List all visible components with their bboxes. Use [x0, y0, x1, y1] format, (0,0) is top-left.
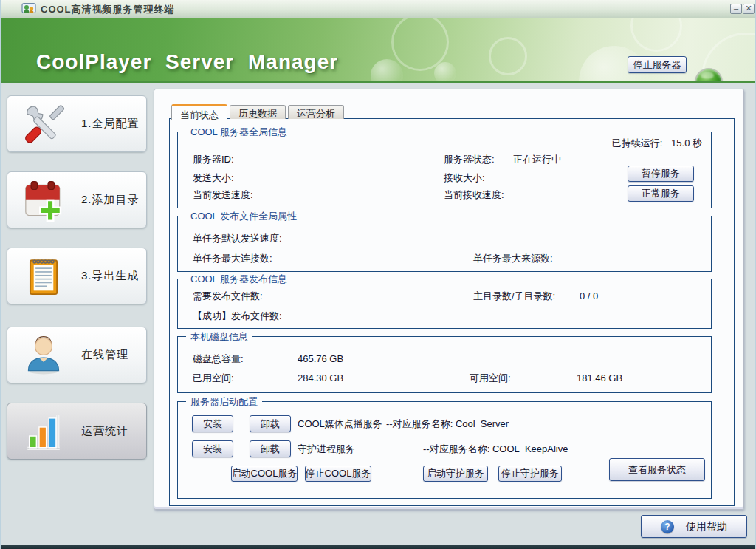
send-speed-label: 当前发送速度: [193, 189, 253, 200]
send-size-label: 发送大小: [193, 172, 234, 183]
group-title: 本机磁盘信息 [186, 330, 252, 344]
help-button[interactable]: ? 使用帮助 [641, 515, 747, 538]
group-local-disk-info: 本机磁盘信息 磁盘总容量: 465.76 GB 已用空间: 284.30 GB … [177, 336, 712, 393]
disk-used-label: 已用空间: [193, 372, 234, 383]
notepad-icon [22, 255, 65, 298]
sidebar-item-label: 2.添加目录 [81, 193, 140, 207]
need-files-label: 需要发布文件数: [193, 290, 263, 301]
max-conn-label: 单任务最大连接数: [193, 253, 272, 264]
sidebar-item-label: 1.全局配置 [81, 117, 140, 131]
calendar-add-icon [22, 179, 65, 222]
tab-strip: 当前状态 历史数据 运营分析 [171, 104, 344, 119]
server-id-label: 服务器ID: [193, 154, 234, 165]
bubble-decoration [434, 62, 456, 83]
pause-service-button[interactable]: 暂停服务 [628, 166, 694, 182]
install-keepalive-button[interactable]: 安装 [192, 440, 233, 457]
sidebar-item-label: 在线管理 [81, 348, 128, 362]
group-title: COOL 服务器发布信息 [186, 273, 292, 286]
sidebar-item-operation-stats[interactable]: 运营统计 [7, 403, 147, 460]
disk-free-label: 可用空间: [470, 372, 511, 383]
bubble-decoration [371, 59, 403, 83]
disk-total-value: 465.76 GB [298, 353, 343, 364]
install-media-service-button[interactable]: 安装 [192, 415, 233, 432]
close-button[interactable]: ✕ [743, 4, 755, 14]
application-window: COOL高清视频服务管理终端 – ✕ CoolPlayer Server Man… [0, 0, 756, 549]
user-icon [22, 334, 65, 377]
start-guard-service-button[interactable]: 启动守护服务 [423, 466, 488, 482]
group-server-global-info: COOL 服务器全局信息 已持续运行: 15.0 秒 服务器ID: 服务器状态:… [177, 132, 712, 208]
stop-cool-service-button[interactable]: 停止COOL服务 [305, 466, 371, 482]
help-button-label: 使用帮助 [686, 520, 727, 533]
server-status-value: 正在运行中 [513, 154, 561, 165]
media-service-name: --对应服务名称: Cool_Server [386, 418, 509, 429]
window-title: COOL高清视频服务管理终端 [41, 3, 175, 16]
window-bottom-edge [1, 545, 756, 549]
disk-total-label: 磁盘总容量: [193, 353, 244, 364]
media-service-label: COOL媒体点播服务 [298, 418, 382, 429]
group-title: 服务器启动配置 [186, 395, 262, 409]
bubble-decoration [630, 18, 682, 52]
normal-service-button[interactable]: 正常服务 [628, 185, 694, 202]
tab-current-status[interactable]: 当前状态 [171, 104, 227, 120]
recv-size-label: 接收大小: [444, 172, 485, 183]
view-service-status-button[interactable]: 查看服务状态 [609, 458, 705, 481]
bar-chart-icon [22, 410, 65, 453]
default-speed-label: 单任务默认发送速度: [193, 233, 282, 244]
group-title: COOL 发布文件全局属性 [186, 210, 301, 223]
header-banner: CoolPlayer Server Manager 停止服务器 [1, 18, 756, 83]
uptime: 已持续运行: 15.0 秒 [612, 137, 702, 149]
tab-operation-analysis[interactable]: 运营分析 [288, 105, 344, 119]
sidebar-item-label: 3.导出生成 [81, 269, 140, 283]
disk-used-value: 284.30 GB [298, 372, 343, 383]
success-files-label: 【成功】发布文件数: [193, 310, 282, 321]
tools-icon [22, 103, 65, 146]
group-title: COOL 服务器全局信息 [186, 126, 292, 139]
group-publish-file-props: COOL 发布文件全局属性 单任务默认发送速度: 单任务最大连接数: 单任务最大… [177, 216, 712, 272]
dir-count-value: 0 / 0 [580, 290, 598, 301]
stop-server-button[interactable]: 停止服务器 [628, 56, 687, 73]
sidebar-item-label: 运营统计 [81, 424, 128, 438]
group-server-startup-config: 服务器启动配置 安装 卸载 COOL媒体点播服务 --对应服务名称: Cool_… [177, 401, 712, 499]
tab-history-data[interactable]: 历史数据 [230, 105, 286, 119]
uptime-value: 15.0 秒 [671, 137, 702, 149]
group-server-publish-info: COOL 服务器发布信息 需要发布文件数: 主目录数/子目录数: 0 / 0 【… [177, 279, 712, 329]
sidebar-item-online-management[interactable]: 在线管理 [7, 327, 147, 383]
start-cool-service-button[interactable]: 启动COOL服务 [231, 466, 298, 482]
sidebar-item-add-directory[interactable]: 2.添加目录 [7, 171, 147, 228]
brand-title: CoolPlayer Server Manager [36, 50, 338, 74]
uptime-label: 已持续运行: [612, 137, 663, 149]
server-status-label: 服务器状态: [444, 154, 495, 165]
uninstall-keepalive-button[interactable]: 卸载 [250, 440, 291, 457]
sidebar-item-global-config[interactable]: 1.全局配置 [7, 95, 147, 152]
dir-count-label: 主目录数/子目录数: [473, 290, 555, 301]
question-mark-icon: ? [661, 520, 674, 533]
max-source-label: 单任务最大来源数: [473, 253, 553, 264]
titlebar[interactable]: COOL高清视频服务管理终端 – ✕ [1, 0, 756, 18]
minimize-button[interactable]: – [730, 4, 742, 14]
keepalive-service-name: --对应服务名称: COOL_KeepAlive [423, 443, 568, 454]
app-icon [21, 1, 36, 16]
uninstall-media-service-button[interactable]: 卸载 [250, 415, 291, 432]
sidebar-item-export-generate[interactable]: 3.导出生成 [7, 248, 147, 304]
keepalive-service-label: 守护进程服务 [298, 443, 355, 454]
recv-speed-label: 当前接收速度: [444, 189, 504, 200]
stop-guard-service-button[interactable]: 停止守护服务 [498, 466, 562, 482]
bubble-decoration [489, 37, 527, 75]
disk-free-value: 181.46 GB [577, 372, 622, 383]
